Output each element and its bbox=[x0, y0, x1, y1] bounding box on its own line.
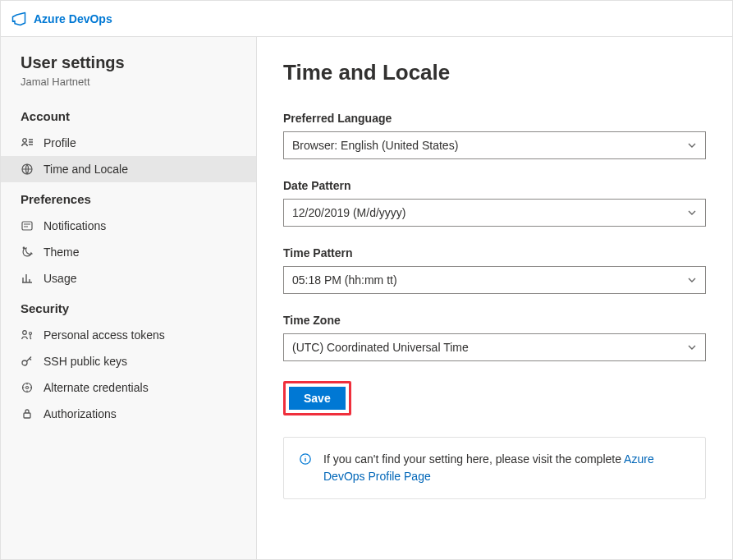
svg-point-3 bbox=[23, 247, 25, 249]
sidebar-item-label: SSH public keys bbox=[44, 355, 127, 368]
azure-devops-logo-icon bbox=[11, 11, 27, 27]
date-label: Date Pattern bbox=[283, 179, 706, 192]
svg-rect-9 bbox=[24, 413, 30, 418]
sidebar-item-pat[interactable]: Personal access tokens bbox=[1, 322, 256, 348]
lock-icon bbox=[21, 407, 34, 420]
language-value: Browser: English (United States) bbox=[292, 139, 458, 152]
chevron-down-icon bbox=[687, 342, 697, 352]
date-value: 12/20/2019 (M/d/yyyy) bbox=[292, 206, 406, 219]
tz-label: Time Zone bbox=[283, 314, 706, 327]
sidebar-item-authorizations[interactable]: Authorizations bbox=[1, 401, 256, 427]
language-select[interactable]: Browser: English (United States) bbox=[283, 131, 706, 159]
brand-text: Azure DevOps bbox=[34, 12, 112, 25]
chevron-down-icon bbox=[687, 208, 697, 218]
chevron-down-icon bbox=[687, 140, 697, 150]
tz-value: (UTC) Coordinated Universal Time bbox=[292, 341, 469, 354]
svg-rect-2 bbox=[22, 222, 32, 230]
sidebar-item-ssh[interactable]: SSH public keys bbox=[1, 348, 256, 374]
save-button[interactable]: Save bbox=[289, 387, 346, 410]
sidebar-item-label: Alternate credentials bbox=[44, 381, 149, 394]
chevron-down-icon bbox=[687, 275, 697, 285]
sidebar-item-label: Theme bbox=[44, 246, 80, 259]
sidebar-item-label: Time and Locale bbox=[44, 163, 128, 176]
credentials-icon bbox=[21, 381, 34, 394]
theme-icon bbox=[21, 246, 34, 259]
sidebar-item-theme[interactable]: Theme bbox=[1, 239, 256, 265]
sidebar-item-altcred[interactable]: Alternate credentials bbox=[1, 374, 256, 401]
sidebar-item-label: Personal access tokens bbox=[44, 328, 165, 342]
sidebar-item-label: Authorizations bbox=[44, 407, 117, 420]
section-security: Security bbox=[1, 291, 256, 322]
app-header: Azure DevOps bbox=[1, 1, 732, 37]
info-text-pre: If you can't find your setting here, ple… bbox=[323, 452, 624, 466]
sidebar-item-label: Profile bbox=[44, 136, 76, 149]
date-select[interactable]: 12/20/2019 (M/d/yyyy) bbox=[283, 199, 706, 227]
person-key-icon bbox=[21, 328, 34, 342]
save-highlight: Save bbox=[283, 381, 351, 415]
info-icon bbox=[299, 452, 312, 468]
key-icon bbox=[21, 355, 34, 368]
svg-point-8 bbox=[26, 387, 29, 389]
profile-icon bbox=[21, 136, 34, 149]
info-box: If you can't find your setting here, ple… bbox=[283, 437, 706, 499]
sidebar-item-label: Usage bbox=[44, 272, 76, 285]
sidebar-item-usage[interactable]: Usage bbox=[1, 265, 256, 291]
sidebar-item-time-locale[interactable]: Time and Locale bbox=[1, 156, 256, 182]
svg-point-5 bbox=[30, 333, 32, 335]
time-label: Time Pattern bbox=[283, 246, 706, 259]
tz-select[interactable]: (UTC) Coordinated Universal Time bbox=[283, 333, 706, 361]
sidebar-item-notifications[interactable]: Notifications bbox=[1, 213, 256, 239]
svg-point-0 bbox=[23, 139, 27, 143]
svg-point-4 bbox=[23, 331, 27, 335]
language-label: Preferred Language bbox=[283, 112, 706, 125]
info-text: If you can't find your setting here, ple… bbox=[323, 451, 690, 485]
sidebar-item-label: Notifications bbox=[44, 219, 106, 232]
section-account: Account bbox=[1, 99, 256, 130]
page-title: Time and Locale bbox=[283, 60, 706, 85]
brand[interactable]: Azure DevOps bbox=[11, 11, 112, 27]
section-preferences: Preferences bbox=[1, 182, 256, 213]
main-content: Time and Locale Preferred Language Brows… bbox=[257, 37, 732, 559]
time-select[interactable]: 05:18 PM (hh:mm tt) bbox=[283, 266, 706, 294]
sidebar-username: Jamal Hartnett bbox=[1, 76, 256, 99]
time-value: 05:18 PM (hh:mm tt) bbox=[292, 273, 397, 287]
svg-point-6 bbox=[22, 360, 27, 365]
usage-icon bbox=[21, 272, 34, 285]
sidebar: User settings Jamal Hartnett Account Pro… bbox=[1, 37, 257, 559]
sidebar-title: User settings bbox=[1, 53, 256, 76]
globe-icon bbox=[21, 163, 34, 176]
notifications-icon bbox=[21, 219, 34, 232]
sidebar-item-profile[interactable]: Profile bbox=[1, 130, 256, 156]
